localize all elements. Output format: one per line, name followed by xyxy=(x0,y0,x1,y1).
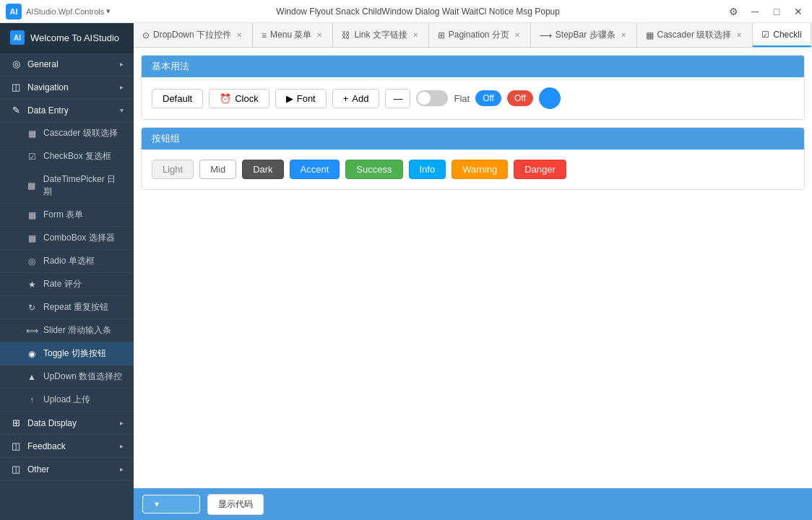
sidebar-sub-toggle[interactable]: ◉ Toggle 切换按钮 xyxy=(0,342,134,365)
sidebar-sub-repeat[interactable]: ↻ Repeat 重复按钮 xyxy=(0,296,134,319)
sidebar-sub-updown[interactable]: ▲ UpDown 数值选择控 xyxy=(0,365,134,389)
form-icon: ▦ xyxy=(26,210,38,220)
default-button[interactable]: Default xyxy=(152,89,203,108)
other-icon: ◫ xyxy=(10,464,22,474)
sidebar-sub-label-radio: Radio 单选框 xyxy=(43,255,95,267)
tab-stepbar-close[interactable]: ✕ xyxy=(619,30,628,40)
tab-link[interactable]: ⛓ Link 文字链接 ✕ xyxy=(333,23,428,47)
warning-button[interactable]: Warning xyxy=(452,160,508,179)
sidebar-sub-label-upload: Upload 上传 xyxy=(43,394,90,406)
upload-icon: ↑ xyxy=(26,395,38,405)
toggle-switch[interactable] xyxy=(416,90,448,106)
dark-button[interactable]: Dark xyxy=(242,160,283,179)
navigation-icon: ◫ xyxy=(10,82,22,92)
chevron-navigation: ▸ xyxy=(120,83,124,91)
info-button[interactable]: Info xyxy=(409,160,446,179)
tab-link-close[interactable]: ✕ xyxy=(411,30,420,40)
sidebar-sub-rate[interactable]: ★ Rate 评分 xyxy=(0,273,134,296)
minus-button[interactable]: — xyxy=(385,89,410,108)
success-label: Success xyxy=(356,164,392,175)
font-button[interactable]: ▶ Font xyxy=(275,89,327,108)
add-button-label: Add xyxy=(352,93,368,104)
radio-icon: ◎ xyxy=(26,256,38,266)
basic-section: 基本用法 Default ⏰ Clock ▶ Font xyxy=(141,55,805,120)
chevron-data-entry: ▾ xyxy=(120,106,124,114)
sidebar-title: Welcome To AIStudio xyxy=(30,32,119,43)
sidebar-sub-label-datetimepicker: DateTimePicker 日期 xyxy=(43,173,124,198)
sidebar-sub-form[interactable]: ▦ Form 表单 xyxy=(0,204,134,227)
font-play-icon: ▶ xyxy=(286,93,293,104)
sidebar-sub-cascader[interactable]: ▦ Cascader 级联选择 xyxy=(0,122,134,145)
chevron-down-icon: ▾ xyxy=(155,499,159,509)
tab-checkli-icon: ☑ xyxy=(761,30,769,40)
sidebar-sub-label-form: Form 表单 xyxy=(43,209,83,221)
close-button[interactable]: ✕ xyxy=(790,4,806,20)
app-name[interactable]: AIStudio.Wpf.Controls ▾ xyxy=(26,6,111,16)
sidebar-item-navigation[interactable]: ◫ Navigation ▸ xyxy=(0,76,134,99)
tab-menu[interactable]: ≡ Menu 菜单 ✕ xyxy=(253,23,333,47)
tab-cascader-label: Cascader 级联选择 xyxy=(657,29,732,41)
sidebar-item-data-display[interactable]: ⊞ Data Display ▸ xyxy=(0,412,134,435)
tab-dropdown-icon: ⊙ xyxy=(142,30,150,40)
btn-group-row: Light Mid Dark Accent Success xyxy=(152,160,794,179)
bottom-select[interactable]: ▾ xyxy=(142,495,200,514)
maximize-button[interactable]: □ xyxy=(769,4,785,20)
dark-label: Dark xyxy=(253,164,272,175)
updown-icon: ▲ xyxy=(26,372,38,382)
sidebar-sub-checkbox[interactable]: ☑ CheckBox 复选框 xyxy=(0,145,134,168)
bottom-bar: ▾ 显示代码 xyxy=(134,488,812,520)
tab-bar: ⊙ DropDown 下拉控件 ✕ ≡ Menu 菜单 ✕ ⛓ Link 文字链… xyxy=(134,23,812,48)
off-button-red[interactable]: Off xyxy=(507,90,533,106)
sidebar-sub-label-updown: UpDown 数值选择控 xyxy=(43,370,122,383)
right-panel: ⊙ DropDown 下拉控件 ✕ ≡ Menu 菜单 ✕ ⛓ Link 文字链… xyxy=(134,23,812,520)
add-button[interactable]: + Add xyxy=(332,89,380,108)
tab-dropdown-close[interactable]: ✕ xyxy=(235,30,243,40)
tab-pagination-close[interactable]: ✕ xyxy=(513,30,522,40)
chevron-general: ▸ xyxy=(120,60,124,68)
tab-menu-icon: ≡ xyxy=(262,30,267,40)
danger-button[interactable]: Danger xyxy=(514,160,566,179)
sidebar-item-label-data-entry: Data Entry xyxy=(27,105,69,116)
sidebar-logo: AI xyxy=(10,30,25,45)
sidebar-sub-radio[interactable]: ◎ Radio 单选框 xyxy=(0,250,134,273)
light-button[interactable]: Light xyxy=(152,160,194,179)
tab-pagination[interactable]: ⊞ Pagination 分页 ✕ xyxy=(429,23,531,47)
sidebar-sub-slider[interactable]: ⟺ Slider 滑动输入条 xyxy=(0,319,134,342)
sidebar-item-general[interactable]: ◎ General ▸ xyxy=(0,53,134,76)
sidebar-sub-upload[interactable]: ↑ Upload 上传 xyxy=(0,389,134,412)
checkbox-icon: ☑ xyxy=(26,152,38,162)
btn-group-header: 按钮组 xyxy=(142,128,804,150)
data-entry-icon: ✎ xyxy=(10,105,22,116)
sidebar-sub-label-toggle: Toggle 切换按钮 xyxy=(43,347,106,360)
success-button[interactable]: Success xyxy=(345,160,402,179)
sidebar-sub-label-slider: Slider 滑动输入条 xyxy=(43,324,111,337)
show-code-button[interactable]: 显示代码 xyxy=(207,494,264,515)
sidebar-item-feedback[interactable]: ◫ Feedback ▸ xyxy=(0,435,134,458)
sidebar-item-data-entry[interactable]: ✎ Data Entry ▾ xyxy=(0,99,134,122)
accent-button[interactable]: Accent xyxy=(290,160,340,179)
btn-group-section: 按钮组 Light Mid Dark Accent xyxy=(141,127,805,190)
tab-dropdown[interactable]: ⊙ DropDown 下拉控件 ✕ xyxy=(134,23,253,47)
settings-button[interactable]: ⚙ xyxy=(725,4,741,20)
sidebar-sub-combobox[interactable]: ▦ ComboBox 选择器 xyxy=(0,227,134,250)
clock-button[interactable]: ⏰ Clock xyxy=(209,89,269,108)
clock-button-label: Clock xyxy=(235,93,259,104)
tab-pagination-label: Pagination 分页 xyxy=(449,29,509,41)
tab-cascader-close[interactable]: ✕ xyxy=(735,30,743,40)
sidebar-sub-label-cascader: Cascader 级联选择 xyxy=(43,127,118,139)
add-icon: + xyxy=(343,93,349,104)
minimize-button[interactable]: ─ xyxy=(747,4,763,20)
sidebar-item-other[interactable]: ◫ Other ▸ xyxy=(0,458,134,481)
tab-stepbar[interactable]: ⟶ StepBar 步骤条 ✕ xyxy=(531,23,637,47)
mid-button[interactable]: Mid xyxy=(199,160,236,179)
tab-checkli[interactable]: ☑ Checkli xyxy=(753,23,811,47)
tab-cascader[interactable]: ▦ Cascader 级联选择 ✕ xyxy=(637,23,753,47)
basic-section-body: Default ⏰ Clock ▶ Font + Add xyxy=(142,77,804,119)
circle-button[interactable] xyxy=(539,87,561,109)
info-label: Info xyxy=(420,164,436,175)
sidebar-sub-datetimepicker[interactable]: ▦ DateTimePicker 日期 xyxy=(0,168,134,204)
sidebar-item-label-other: Other xyxy=(27,464,49,474)
off-button-blue[interactable]: Off xyxy=(475,90,501,106)
chevron-other: ▸ xyxy=(120,465,124,473)
tab-menu-close[interactable]: ✕ xyxy=(315,30,324,40)
